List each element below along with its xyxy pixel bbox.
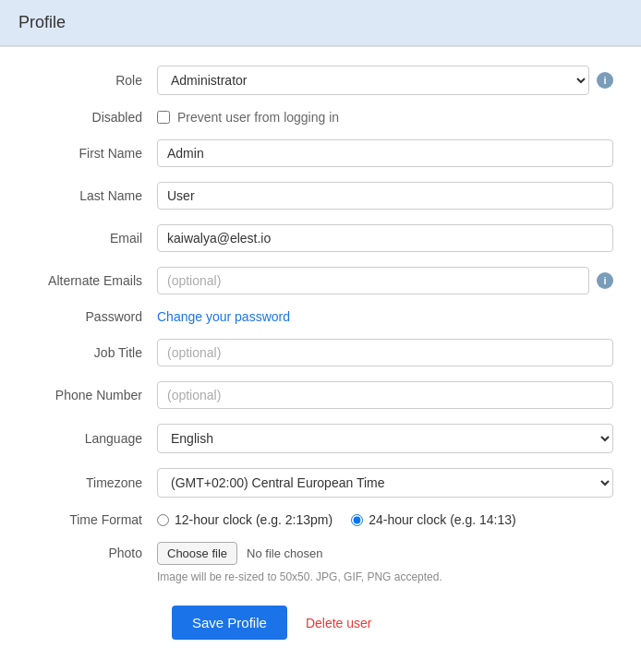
actions-row: Save Profile Delete user (28, 606, 613, 640)
email-row: Email (28, 224, 613, 252)
choose-file-button[interactable]: Choose file (157, 542, 237, 565)
alternate-emails-control: i (157, 267, 613, 294)
disabled-checkbox-label: Prevent user from logging in (177, 110, 339, 125)
job-title-row: Job Title (28, 339, 613, 366)
password-control: Change your password (157, 309, 613, 324)
email-input[interactable] (157, 224, 613, 252)
alternate-emails-row: Alternate Emails i (28, 267, 613, 294)
alternate-emails-label: Alternate Emails (28, 273, 157, 288)
password-row: Password Change your password (28, 309, 613, 324)
email-label: Email (28, 231, 157, 246)
radio-12h[interactable] (157, 514, 169, 526)
timezone-row: Timezone (GMT+02:00) Central European Ti… (28, 468, 613, 498)
password-label: Password (28, 309, 157, 324)
timezone-control: (GMT+02:00) Central European Time (GMT+0… (157, 468, 613, 498)
no-file-chosen-text: No file chosen (247, 546, 322, 560)
photo-file-row: Choose file No file chosen (157, 542, 322, 565)
timezone-label: Timezone (28, 475, 157, 490)
radio-24h[interactable] (351, 514, 363, 526)
photo-label: Photo (28, 542, 157, 560)
role-select[interactable]: Administrator User Moderator (157, 66, 589, 95)
language-label: Language (28, 431, 157, 446)
time-format-row: Time Format 12-hour clock (e.g. 2:13pm) … (28, 512, 613, 527)
page-title: Profile (18, 13, 623, 32)
time-format-control: 12-hour clock (e.g. 2:13pm) 24-hour cloc… (157, 512, 613, 527)
profile-form: Role Administrator User Moderator i Disa… (0, 47, 641, 667)
language-control: English French German Spanish (157, 424, 613, 453)
disabled-label: Disabled (28, 110, 157, 125)
delete-user-link[interactable]: Delete user (306, 616, 372, 630)
job-title-input[interactable] (157, 339, 613, 366)
radio-12h-label: 12-hour clock (e.g. 2:13pm) (175, 512, 333, 527)
disabled-row: Disabled Prevent user from logging in (28, 110, 613, 125)
radio-24h-label: 24-hour clock (e.g. 14:13) (369, 512, 516, 527)
phone-number-label: Phone Number (28, 388, 157, 402)
disabled-control: Prevent user from logging in (157, 110, 613, 125)
alternate-emails-input[interactable] (157, 267, 589, 294)
phone-number-control (157, 381, 613, 409)
last-name-label: Last Name (28, 188, 157, 203)
role-label: Role (28, 73, 157, 88)
last-name-row: Last Name (28, 182, 613, 210)
language-row: Language English French German Spanish (28, 424, 613, 453)
first-name-input[interactable] (157, 139, 613, 167)
save-profile-button[interactable]: Save Profile (172, 606, 287, 640)
alternate-emails-info-icon[interactable]: i (597, 272, 613, 289)
email-control (157, 224, 613, 252)
role-info-icon[interactable]: i (597, 72, 613, 89)
last-name-control (157, 182, 613, 210)
last-name-input[interactable] (157, 182, 613, 210)
first-name-label: First Name (28, 146, 157, 161)
first-name-row: First Name (28, 139, 613, 167)
job-title-control (157, 339, 613, 366)
role-row: Role Administrator User Moderator i (28, 66, 613, 95)
page-header: Profile (0, 0, 641, 46)
photo-row: Photo Choose file No file chosen Image w… (28, 542, 613, 583)
phone-number-row: Phone Number (28, 381, 613, 409)
photo-hint-text: Image will be re-sized to 50x50. JPG, GI… (157, 570, 442, 583)
radio-24h-option: 24-hour clock (e.g. 14:13) (351, 512, 516, 527)
timezone-select[interactable]: (GMT+02:00) Central European Time (GMT+0… (157, 468, 613, 498)
phone-number-input[interactable] (157, 381, 613, 409)
job-title-label: Job Title (28, 345, 157, 360)
change-password-link[interactable]: Change your password (157, 309, 290, 324)
role-control: Administrator User Moderator i (157, 66, 613, 95)
first-name-control (157, 139, 613, 167)
language-select[interactable]: English French German Spanish (157, 424, 613, 453)
time-format-label: Time Format (28, 512, 157, 527)
photo-control: Choose file No file chosen Image will be… (157, 542, 613, 583)
disabled-checkbox[interactable] (157, 111, 170, 124)
radio-12h-option: 12-hour clock (e.g. 2:13pm) (157, 512, 333, 527)
